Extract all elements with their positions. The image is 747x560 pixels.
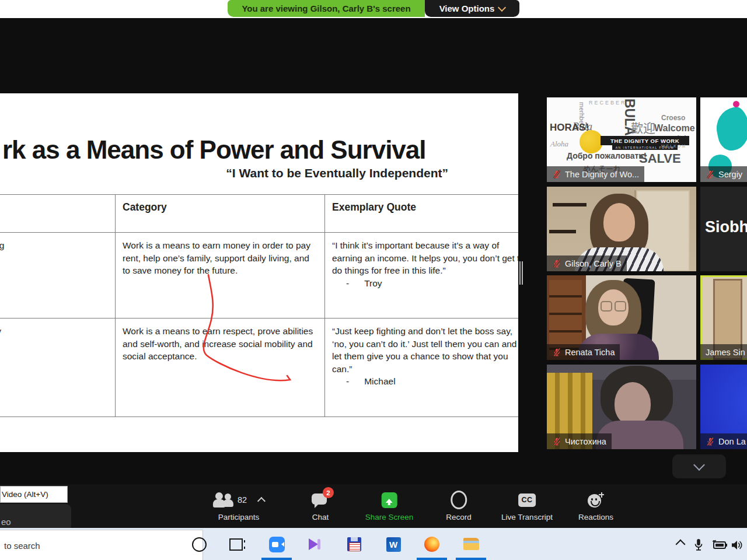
viewing-banner: You are viewing Gilson, Carly B's screen [228,0,425,17]
quote-attribution: -Michael [332,375,518,388]
person-face [615,382,651,425]
tray-battery-icon[interactable] [711,537,728,553]
table-row: Daily Living Work is a means to earn mon… [0,233,518,318]
chevron-down-icon [498,3,506,11]
logo-shape [713,105,747,153]
wordcloud-word: SALVE [639,151,681,166]
screen: { "viewing_banner": { "text": "You are v… [0,0,747,560]
row-quote: “I think it’s important because it’s a w… [325,233,519,318]
row-category: Work is a means to earn money in order t… [116,233,325,318]
cc-icon: CC [518,494,536,507]
firefox-icon [424,537,439,552]
view-options-button[interactable]: View Options [425,0,519,17]
slide-table: Category Exemplary Quote Daily Living Wo… [0,194,518,417]
tray-volume-icon[interactable] [729,537,745,553]
video-tile-sergiy[interactable]: Sergiy [700,97,747,182]
windows-search-input[interactable]: to search [0,530,203,560]
share-screen-button[interactable]: Share Screen [365,491,414,522]
header-quote: Exemplary Quote [325,195,519,233]
participant-name-label: Renata Ticha [547,344,620,360]
video-tile-james[interactable]: James Sin [700,275,747,360]
media-player-button[interactable] [307,536,323,552]
row-label: Daily Living [0,233,116,318]
mic-muted-icon [552,259,561,268]
video-tile-chistokhina[interactable]: Чистохина [547,365,696,449]
participant-name-label: Don La [700,433,747,449]
viewing-banner-text: You are viewing Gilson, Carly B's screen [242,4,410,13]
panel-resize-handle[interactable] [519,261,524,285]
share-screen-icon [382,492,397,508]
participants-button[interactable]: 82 Participants [213,491,264,522]
firefox-button[interactable] [424,536,440,552]
collapse-videos-button[interactable] [672,454,726,478]
video-tile-renata[interactable]: Renata Ticha [547,275,696,360]
wordcloud-word: Croeso [661,114,685,122]
tray-microphone-icon[interactable] [690,537,707,553]
wordcloud-word: WELKOM [661,144,686,148]
video-tile-dignity-of-work[interactable]: RECEBER BULA merhbe Bula HORAS! 歡迎 Croes… [547,97,696,182]
task-view-icon [229,538,243,551]
active-app-indicator [417,558,447,560]
quote-attribution: -Troy [332,277,518,290]
reactions-button[interactable]: Reactions [578,491,613,522]
mic-muted-icon [552,170,561,179]
mic-muted-icon [552,437,561,446]
video-tile-don[interactable]: Don La [700,365,747,449]
wordcloud-word: Aloha [550,139,568,149]
participant-name-label: James Sin [700,344,747,360]
video-tile-gilson[interactable]: Gilson, Carly B [547,187,696,271]
word-icon: W [386,537,401,552]
word-button[interactable]: W [385,536,402,552]
save-app-button[interactable] [346,536,362,552]
cortana-icon [192,537,207,552]
active-app-indicator [456,558,486,560]
file-explorer-button[interactable] [463,536,479,552]
shelf-graphic [553,203,587,206]
header-blank [0,195,116,233]
participant-name-label: Gilson, Carly B [547,256,627,271]
stop-video-button[interactable]: eo [0,504,71,531]
caret-up-icon[interactable] [257,497,266,505]
globe-graphic [580,130,603,153]
zoom-app-button[interactable] [268,536,285,552]
person-face [603,203,635,242]
video-tile-siobhan[interactable]: Siobh [700,187,747,271]
shared-screen: rk as a Means of Power and Survival “I W… [0,93,518,452]
row-label: nd Mobility [0,318,116,417]
record-button[interactable]: Record [446,491,472,522]
participant-display-name: Siobh [705,218,747,236]
header-category: Category [116,195,325,233]
table-header-row: Category Exemplary Quote [0,195,518,233]
participant-name-label: Чистохина [547,433,612,449]
floppy-disk-icon [347,537,361,551]
mic-muted-icon [552,348,561,357]
active-app-indicator [261,558,292,560]
shelf-graphic [549,230,576,233]
wordcloud-word: Добро пожаловать! [567,151,647,160]
slide-subtitle: “I Want to be Eventually Independent” [0,166,448,180]
file-explorer-icon [463,538,479,551]
participants-icon [213,492,234,508]
zoom-toolbar: Video (Alt+V) eo 82 Participants 2 Chat … [0,484,747,528]
quote-text: “I think it’s important because it’s a w… [332,239,518,277]
wordcloud-word: 歡迎 [631,118,655,136]
video-tooltip: Video (Alt+V) [0,486,68,503]
chat-button[interactable]: 2 Chat [312,491,329,522]
tray-expand-icon[interactable] [676,540,686,550]
wordcloud-word: HORAS! [550,122,589,134]
participant-name-label: The Dignity of Wo... [547,166,644,182]
reactions-icon [588,492,604,508]
view-options-label: View Options [439,4,495,13]
zoom-app-icon [269,537,285,552]
live-transcript-button[interactable]: CC Live Transcript [501,491,553,522]
chevron-down-icon [693,459,705,471]
wordcloud-word: Walcome [654,123,695,134]
slide-title: rk as a Means of Power and Survival [2,135,426,164]
task-view-button[interactable] [228,536,244,552]
row-quote: “Just keep fighting and don’t let the bo… [325,318,519,417]
participant-name-label: Sergiy [700,166,747,182]
windows-taskbar: to search W [0,528,747,560]
row-category: Work is a means to earn respect, prove a… [116,318,325,417]
media-player-icon [308,537,323,552]
cortana-button[interactable] [191,536,207,552]
